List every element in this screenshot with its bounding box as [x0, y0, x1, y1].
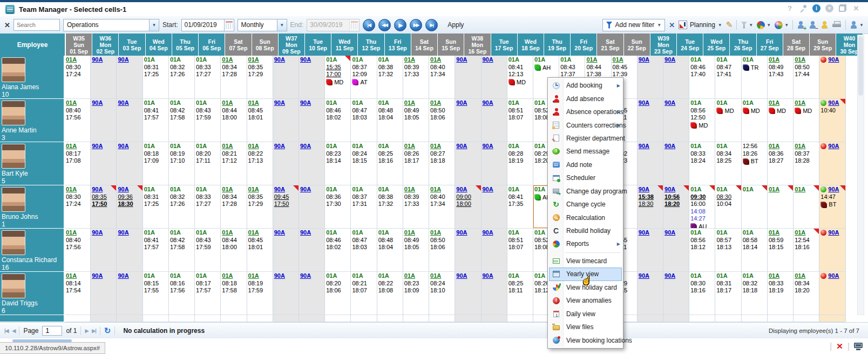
day-program-code[interactable]: 01A [196, 56, 207, 63]
day-cell[interactable]: 90A [91, 229, 117, 272]
chart-view-button[interactable]: ▼ [757, 21, 771, 29]
day-cell[interactable]: 01A08:3817:32 [377, 185, 403, 229]
day-cell[interactable]: 90A [91, 99, 117, 142]
day-program-code[interactable]: 01A [716, 186, 727, 192]
employee-cell[interactable]: David Triggs6 [0, 272, 65, 315]
day-program-code[interactable]: 01A [170, 99, 181, 106]
day-program-code[interactable]: 01A [66, 99, 77, 106]
day-cell[interactable]: 01A08:3418:20 [794, 272, 819, 315]
day-program-code[interactable]: 01A [795, 272, 805, 279]
day-cell[interactable]: 01A [742, 185, 768, 229]
day-cell[interactable]: 01A08:4317:59 [195, 99, 221, 142]
menu-item-view-anomalies[interactable]: View anomalies [549, 294, 622, 307]
day-program-code[interactable]: 01A [404, 186, 415, 192]
day-program-code[interactable]: 01A [248, 99, 259, 106]
day-program-code[interactable]: 01A [430, 143, 441, 149]
employee-cell[interactable]: Bart Kyle5 [0, 142, 65, 185]
day-program-code[interactable]: 90A [118, 229, 128, 236]
day-cell[interactable]: 90A [117, 272, 143, 315]
column-header[interactable]: Fri13 Sep [385, 34, 411, 56]
remove-employee-button[interactable]: − [809, 21, 817, 29]
day-program-code[interactable]: 01A [66, 272, 77, 279]
day-program-code[interactable]: 01A [352, 186, 363, 192]
column-header[interactable]: Thu26 Sep [730, 34, 756, 56]
day-cell[interactable]: 01AMD [742, 99, 768, 142]
day-cell[interactable]: 90A [455, 229, 481, 272]
day-cell[interactable]: 01A [768, 185, 794, 229]
day-cell[interactable]: 01A08:4717:41 [715, 56, 741, 99]
menu-item-rebuild-holiday[interactable]: Rebuild holiday [549, 224, 622, 237]
menu-item-add-booking[interactable]: Add booking▶ [549, 79, 622, 92]
day-program-code[interactable]: 01A [769, 99, 779, 106]
day-cell[interactable] [221, 315, 247, 322]
close-search-icon[interactable]: ✕ [4, 21, 10, 29]
day-cell[interactable]: 90A [117, 99, 143, 142]
day-program-code[interactable]: 01A [170, 143, 181, 149]
day-program-code[interactable]: 01A [144, 143, 155, 149]
day-cell[interactable]: 90A [273, 99, 299, 142]
day-program-code[interactable]: 01A [404, 272, 415, 279]
employee-cell[interactable]: Alana James10 [0, 56, 65, 99]
day-program-code[interactable]: 90A [664, 143, 675, 149]
day-cell[interactable] [429, 315, 455, 322]
day-program-code[interactable]: 01A [144, 56, 155, 63]
column-header[interactable]: Sat07 Sep [225, 34, 252, 56]
day-cell[interactable]: 01A08:3917:33 [403, 56, 429, 99]
day-program-code[interactable]: 01A [716, 143, 727, 149]
menu-item-change-day-program[interactable]: Change day program [549, 185, 622, 198]
day-cell[interactable] [742, 315, 768, 322]
day-cell[interactable]: 01A08:3017:24 [65, 185, 91, 229]
day-program-code[interactable]: 01A [248, 229, 259, 236]
day-program-code[interactable]: 01A [716, 56, 727, 63]
day-cell[interactable]: 01A08:3318:24 [689, 142, 715, 185]
employee-cell[interactable]: Constanza Richard16 [0, 229, 65, 272]
day-program-code[interactable]: 01A [404, 99, 415, 106]
day-cell[interactable]: 90A [273, 56, 299, 99]
day-program-code[interactable]: 01A [560, 56, 571, 63]
day-program-code[interactable]: 90A [274, 143, 285, 149]
day-program-code[interactable]: 01A [795, 143, 805, 149]
day-cell[interactable]: 01A08:4418:00 [221, 229, 247, 272]
day-program-code[interactable]: 90A [828, 229, 839, 236]
next-period-button[interactable]: ▶▶ [410, 19, 422, 31]
day-program-code[interactable]: 01A [508, 99, 519, 106]
column-header[interactable]: Wed25 Sep [703, 34, 730, 56]
day-cell[interactable]: 90A10:5618:20 [663, 185, 689, 229]
day-cell[interactable]: 01A08:5718:13 [715, 229, 741, 272]
page-input[interactable] [42, 326, 62, 336]
day-program-code[interactable]: 90A [456, 143, 467, 149]
monitor-icon[interactable] [854, 343, 863, 350]
filter-view-button[interactable]: ▼ [741, 22, 753, 29]
day-program-code[interactable]: 01A [508, 56, 519, 63]
day-program-code[interactable]: 01A [430, 99, 441, 106]
day-cell[interactable]: 90A [482, 185, 507, 229]
day-cell[interactable] [403, 315, 429, 322]
day-program-code[interactable]: 01A [795, 56, 805, 63]
day-program-code[interactable]: 90A [456, 186, 467, 192]
day-cell[interactable]: 01A08:3917:33 [403, 185, 429, 229]
day-cell[interactable]: 01A08:2618:17 [403, 142, 429, 185]
day-cell[interactable]: 01A08:4618:02 [325, 229, 351, 272]
day-program-code[interactable]: 90A [274, 186, 285, 192]
day-program-code[interactable]: 90A [274, 99, 285, 106]
vertical-scrollbar[interactable] [857, 35, 864, 315]
day-cell[interactable]: 90A [91, 142, 117, 185]
day-program-code[interactable]: 01A [716, 272, 727, 279]
day-program-code[interactable]: 01A [352, 56, 363, 63]
day-cell[interactable]: 90A [91, 56, 117, 99]
day-cell[interactable]: 01A08:3618:27 [768, 142, 794, 185]
menu-item-view-timecard[interactable]: View timecard [549, 255, 622, 268]
next-page-icon[interactable]: ▶ [85, 328, 88, 333]
day-cell[interactable]: 01A08:3717:31 [351, 185, 377, 229]
day-program-code[interactable]: 01A [196, 143, 207, 149]
day-program-code[interactable]: 01A [170, 186, 181, 192]
day-program-code[interactable]: 01A [534, 272, 545, 279]
day-program-code[interactable]: 90A [639, 272, 649, 279]
menu-item-view-booking-locations[interactable]: View booking locations [549, 333, 622, 346]
current-period-button[interactable]: ▶ [394, 19, 406, 31]
day-program-code[interactable]: 90A [118, 272, 128, 279]
day-program-code[interactable]: 01A [690, 272, 701, 279]
column-header[interactable]: Wed11 Sep [331, 34, 358, 56]
day-cell[interactable]: 90A09:0018:00 [455, 185, 481, 229]
day-cell[interactable]: 90A08:3517:50 [91, 185, 117, 229]
